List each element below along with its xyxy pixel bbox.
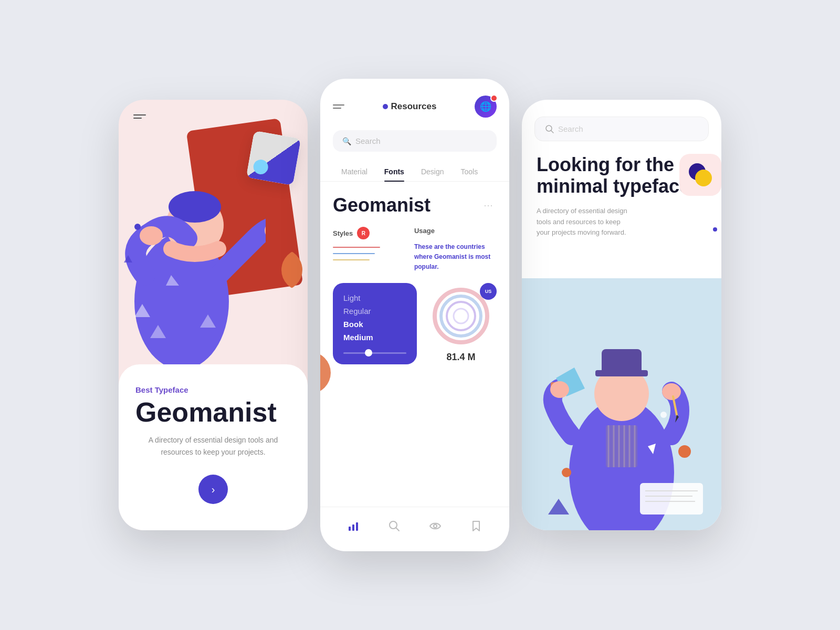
- phone3-description: A directory of essential design tools an…: [537, 206, 635, 238]
- search-icon: 🔍: [342, 137, 351, 145]
- header-dot: [383, 104, 388, 109]
- deco-dot-purple: [134, 224, 141, 230]
- heading-line2: minimal typeface?: [537, 175, 701, 197]
- usage-description: These are the countries where Geomanist …: [414, 242, 497, 272]
- phone-1: Best Typeface Geomanist A directory of e…: [119, 100, 308, 530]
- style-line-2: [333, 253, 375, 254]
- slider-thumb[interactable]: [365, 349, 372, 356]
- brand-icon: [686, 160, 715, 190]
- style-lines: [333, 247, 402, 260]
- svg-rect-15: [356, 522, 358, 531]
- svg-point-43: [550, 381, 569, 398]
- svg-rect-24: [606, 425, 637, 467]
- avatar-button[interactable]: 🌐: [475, 96, 497, 118]
- usage-number: 81.4 M: [446, 352, 475, 363]
- search-placeholder: Search: [355, 136, 381, 145]
- tab-tools[interactable]: Tools: [453, 162, 487, 181]
- detective-area: [522, 278, 721, 530]
- tab-design[interactable]: Design: [413, 162, 453, 181]
- deco-triangle: [124, 255, 132, 262]
- svg-rect-34: [602, 349, 642, 374]
- hamburger-menu-2[interactable]: [333, 104, 344, 109]
- best-typeface-label: Best Typeface: [135, 385, 291, 394]
- search-bar[interactable]: 🔍 Search: [333, 130, 497, 152]
- phone-3: Search Looking for the minimal typeface?…: [522, 100, 721, 530]
- scene: Best Typeface Geomanist A directory of e…: [52, 79, 788, 551]
- phone3-search-placeholder: Search: [558, 124, 583, 133]
- weight-medium: Medium: [343, 333, 406, 342]
- phone3-search[interactable]: Search: [534, 117, 709, 141]
- styles-badge: R: [357, 227, 370, 239]
- cta-arrow: ›: [212, 484, 215, 496]
- svg-point-46: [660, 412, 667, 418]
- nav-bookmark-icon[interactable]: [466, 516, 487, 537]
- svg-point-22: [695, 170, 712, 186]
- nav-chart-icon[interactable]: [343, 516, 364, 537]
- slider-track[interactable]: [343, 352, 406, 354]
- style-line-1: [333, 247, 380, 248]
- weight-list: Light Regular Book Medium: [343, 293, 406, 342]
- heading-line1: Looking for the: [537, 154, 674, 175]
- font-details: Styles R Usage These are the countries w…: [320, 227, 509, 272]
- svg-point-4: [140, 226, 163, 245]
- weight-light: Light: [343, 293, 406, 302]
- font-name-heading: Geomanist: [333, 194, 430, 216]
- svg-line-20: [551, 130, 554, 133]
- us-badge: US: [480, 283, 497, 300]
- cta-button[interactable]: ›: [198, 475, 228, 504]
- header-title: Resources: [383, 101, 437, 112]
- usage-column: Usage These are the countries where Geom…: [414, 227, 497, 272]
- slider-area[interactable]: [343, 352, 406, 354]
- svg-rect-39: [640, 483, 703, 514]
- phone2-header: Resources 🌐: [320, 79, 509, 126]
- phone1-bottom: Best Typeface Geomanist A directory of e…: [119, 364, 308, 530]
- styles-label: Styles R: [333, 227, 402, 239]
- svg-point-12: [454, 309, 468, 323]
- font-weights-card: Light Regular Book Medium: [333, 283, 417, 364]
- tab-bar: Material Fonts Design Tools: [320, 162, 509, 182]
- svg-marker-47: [548, 499, 569, 514]
- svg-rect-14: [352, 524, 354, 531]
- font-name-area: Geomanist ⋯: [320, 194, 509, 227]
- phone-2: Resources 🌐 🔍 Search Material Fonts Desi…: [320, 79, 509, 551]
- usage-label: Usage: [414, 227, 497, 235]
- svg-point-45: [562, 468, 571, 477]
- svg-point-11: [447, 302, 475, 330]
- donut-chart-area: US 81.4 M: [425, 283, 497, 364]
- nav-search-icon[interactable]: [384, 516, 405, 537]
- avatar-icon: 🌐: [480, 101, 491, 112]
- svg-point-18: [434, 524, 437, 528]
- expand-icon[interactable]: ⋯: [480, 197, 497, 214]
- icon-card: [679, 154, 721, 196]
- phone3-search-icon: [545, 125, 554, 133]
- resources-label: Resources: [391, 101, 437, 112]
- usage-font-name: Geomanist: [434, 253, 467, 260]
- phone3-content: Looking for the minimal typeface? A dire…: [522, 154, 721, 530]
- hamburger-menu[interactable]: [133, 114, 146, 119]
- tab-material[interactable]: Material: [333, 162, 376, 181]
- svg-point-44: [678, 445, 691, 458]
- font-card-area: Light Regular Book Medium US: [320, 272, 509, 375]
- phone1-description: A directory of essential design tools an…: [135, 434, 291, 458]
- svg-point-36: [662, 383, 681, 400]
- styles-column: Styles R: [333, 227, 402, 272]
- purple-figure: [119, 133, 266, 364]
- phone1-illustration: [119, 119, 308, 396]
- tab-fonts[interactable]: Fonts: [376, 162, 413, 181]
- phone1-font-name: Geomanist: [135, 398, 291, 426]
- sub-content-row: A directory of essential design tools an…: [537, 206, 707, 251]
- bottom-nav: [320, 507, 509, 551]
- phone1-top-bar: [119, 100, 308, 119]
- svg-line-17: [396, 528, 399, 531]
- nav-eye-icon[interactable]: [425, 516, 446, 537]
- blue-dot: [713, 227, 717, 232]
- svg-rect-13: [349, 527, 351, 531]
- detective-figure: [538, 289, 706, 530]
- weight-regular: Regular: [343, 307, 406, 316]
- style-line-3: [333, 259, 370, 260]
- weight-book: Book: [343, 320, 406, 329]
